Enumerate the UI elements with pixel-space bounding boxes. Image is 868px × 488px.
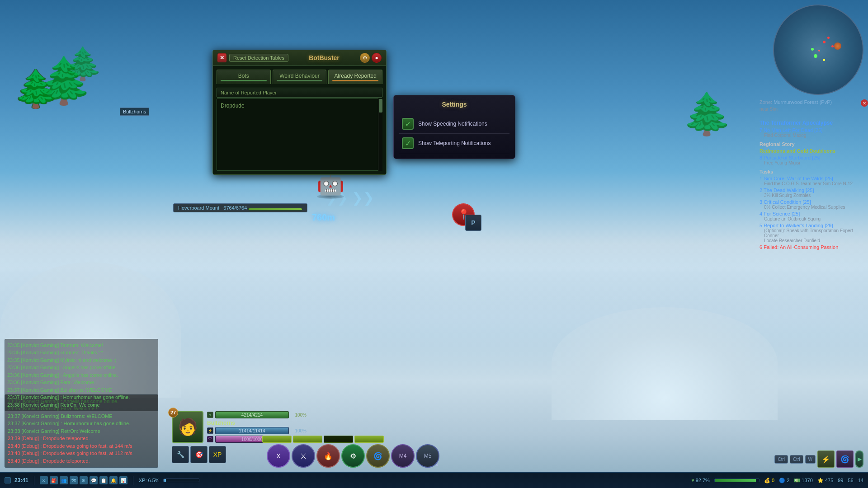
taskbar-xp-bar — [163, 479, 199, 482]
xp-bar-2 — [293, 436, 322, 443]
energy-text: 11414/11414 — [239, 428, 265, 433]
ability-mouse4[interactable]: M4 — [391, 444, 415, 468]
story-title: The Terraformer Apocalypse — [760, 120, 863, 126]
zone-info: Zone: Murmurwood Forest (PvP) near Sim — [760, 99, 861, 113]
taskbar-gold: 💰 0 — [764, 478, 774, 483]
ability-a[interactable]: ⚔ — [292, 444, 315, 468]
botbuster-scrollbar[interactable] — [378, 99, 382, 171]
botbuster-scroll-thumb[interactable] — [379, 99, 382, 113]
regional-story-title: Regional Story — [760, 141, 863, 147]
task-2-title: 2 The Dead Walking [25] — [760, 188, 863, 193]
task-3-title: 3 Critical Condition [25] — [760, 199, 863, 205]
mount-bar: Hoverboard Mount 6764/6764 — [173, 203, 307, 212]
tab-bots[interactable]: Bots — [217, 70, 271, 84]
ctrl-btn-2[interactable]: Ctrl — [790, 455, 803, 464]
ctrl-icon-1[interactable]: ⚡ — [817, 450, 835, 468]
botbuster-x-button[interactable]: ✕ — [217, 53, 226, 62]
settings-title: Settings — [399, 101, 509, 108]
teleporting-checkbox[interactable]: ✓ — [402, 137, 414, 149]
taskbar-xp: XP: 6.5% — [139, 478, 160, 483]
action-bar-left: 🔧 🎯 XP — [172, 446, 226, 463]
ctrl-icon-2[interactable]: 🌀 — [836, 450, 854, 468]
chat-msg-6: 23:39 [Debug] : Dropdude teleported. — [8, 435, 155, 442]
near-sim: near Sim — [760, 107, 861, 112]
task-4-desc: Capture an Outbreak Squirg — [760, 216, 863, 221]
taskbar-icon-6[interactable]: 💬 — [90, 476, 98, 484]
taskbar-cash: 💵 1370 — [794, 478, 813, 483]
taskbar-item3: 14 — [858, 478, 863, 483]
distance-indicator: 760m — [312, 212, 335, 223]
xp-icon[interactable]: XP — [209, 446, 226, 463]
teleporting-label: Show Teleporting Notifications — [418, 140, 491, 146]
xp-bars — [262, 436, 384, 443]
ability-e-label: 🔥 — [324, 452, 333, 460]
task-2-desc: 3% Kill Squirg Zombies — [760, 193, 863, 198]
taskbar-icon-1[interactable]: ⚔ — [40, 476, 48, 484]
ctrl-area: Ctrl Ctrl W ⚡ 🌀 ▶ — [774, 450, 863, 468]
w-btn[interactable]: W — [805, 455, 816, 464]
shield-text: 1000/1000 — [241, 436, 263, 441]
action-icon-1[interactable]: 🔧 — [172, 446, 189, 463]
taskbar-item2: 56 — [848, 478, 854, 483]
taskbar-icon-7[interactable]: 📋 — [99, 476, 108, 484]
reported-list-container: Dropdude — [217, 99, 382, 171]
chat-lower-3: 23:35 [Konvict Gaming] Myinia: hi and we… — [7, 357, 156, 364]
taskbar-icons: ⚔ 🎒 👥 🗺 ⚙ 💬 📋 🔔 📊 — [40, 476, 127, 484]
taskbar-icon-4[interactable]: 🗺 — [70, 476, 78, 484]
quest-close-button[interactable]: ✕ — [861, 99, 868, 107]
chat-lower-9: 23:38 [Konvict Gaming] RetrOn: Welcome — [7, 401, 156, 409]
health-icon: ♥ — [207, 412, 213, 418]
botbuster-close-button[interactable]: ● — [372, 53, 382, 63]
taskbar-health-stat: ♥ 92.7% — [691, 478, 710, 483]
ability-c[interactable]: 🌀 — [366, 444, 390, 468]
shield-icon: 🛡 — [207, 436, 213, 442]
energy-icon: ⚡ — [207, 427, 213, 434]
taskbar-health-icon: ♥ — [691, 478, 694, 483]
tab-weird-behaviour[interactable]: Weird Behaviour — [273, 70, 327, 84]
chat-msg-9: 23:40 [Debug] : Dropdude teleported. — [8, 457, 155, 465]
quest-no-man-title: 7 No Man Left For Dead [25] — [760, 127, 863, 133]
task-1-title: 1 Sim Core: War of the Wilds [25] — [760, 176, 863, 181]
botbuster-titlebar: ✕ Reset Detection Tables BotBuster ⚙ ● — [213, 50, 386, 66]
taskbar-xp-fill — [164, 479, 166, 482]
ability-x[interactable]: X X — [267, 444, 290, 468]
right-arrow-btn[interactable]: ▶ — [855, 450, 863, 468]
mouse4-label: M4 — [399, 453, 407, 459]
ctrl-btn-1[interactable]: Ctrl — [774, 455, 788, 464]
ctrl-buttons: Ctrl Ctrl W ⚡ 🌀 ▶ — [774, 450, 863, 468]
minimap[interactable] — [773, 5, 863, 95]
taskbar-menu-icon[interactable] — [5, 477, 11, 483]
botbuster-reset-button[interactable]: Reset Detection Tables — [229, 54, 288, 62]
taskbar-icon-8[interactable]: 🔔 — [109, 476, 118, 484]
quest-portside-desc: Free Young Migisi — [760, 160, 863, 165]
taskbar-renown: ⭐ 475 — [817, 478, 833, 483]
player-character: 🤖 — [316, 172, 344, 199]
ability-x-label: X — [276, 452, 280, 460]
chat-lower-1: 23:35 [Konvict Gaming] Tantrum: Welcome! — [7, 342, 156, 349]
p-label[interactable]: P — [465, 215, 481, 231]
mount-value: 6764/6764 — [223, 205, 247, 211]
speeding-checkbox[interactable]: ✓ — [402, 118, 414, 130]
ability-e[interactable]: 🔥 — [316, 444, 340, 468]
player-name-hud: Bullzhorns — [207, 420, 307, 426]
task-1-desc: Find the C.O.G.S. team near Sim Core N-1… — [760, 181, 863, 186]
tab-already-reported[interactable]: Already Reported — [328, 70, 382, 84]
botbuster-gear-button[interactable]: ⚙ — [360, 53, 370, 63]
health-row: ♥ 4214/4214 100% — [207, 411, 307, 418]
mount-name: Hoverboard Mount — [178, 205, 219, 211]
taskbar-icon-2[interactable]: 🎒 — [50, 476, 58, 484]
taskbar-icon-9[interactable]: 📊 — [119, 476, 127, 484]
mouse5-label: M5 — [424, 453, 432, 459]
taskbar-icon-3[interactable]: 👥 — [60, 476, 68, 484]
task-3: 3 Critical Condition [25] 0% Collect Eme… — [760, 199, 863, 210]
settings-window: Settings ✓ Show Speeding Notifications ✓… — [393, 95, 515, 159]
speeding-label: Show Speeding Notifications — [418, 121, 487, 127]
chat-lower-6: 23:36 [Konvict Gaming] Fara: Welcome ! — [7, 379, 156, 386]
taskbar-icon-5[interactable]: ⚙ — [80, 476, 88, 484]
ability-r[interactable]: ⚙ — [341, 444, 365, 468]
ability-mouse5[interactable]: M5 — [416, 444, 439, 468]
xp-bar-4 — [354, 436, 384, 443]
p-button[interactable]: P — [465, 215, 481, 231]
task-4: 4 For Science [25] Capture an Outbreak S… — [760, 211, 863, 221]
action-icon-2[interactable]: 🎯 — [190, 446, 208, 463]
